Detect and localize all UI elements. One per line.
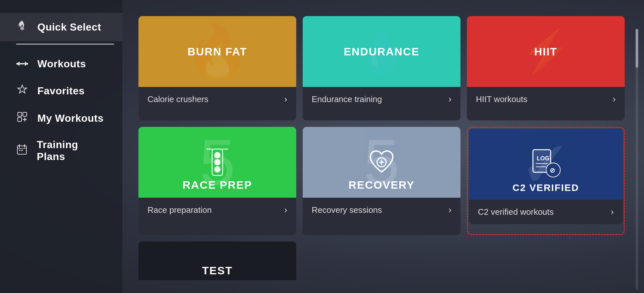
sidebar-item-workouts[interactable]: Workouts [0,51,122,77]
card-recovery-title: RECOVERY [303,179,460,191]
svg-point-19 [214,159,221,165]
sidebar-item-favorites[interactable]: Favorites [0,77,122,105]
flame-icon [16,20,28,34]
card-c2-verified-image: ✓ LOG ⊘ C2 VERIFIED [469,129,623,200]
card-endurance-title: ENDURANCE [344,45,419,58]
card-race-prep[interactable]: 5 RACE PREP Race preparation › [138,127,296,235]
scrollbar[interactable] [636,16,638,277]
svg-rect-5 [26,63,28,65]
svg-rect-2 [18,62,20,66]
sidebar: Quick Select Workouts Favorite [0,0,122,293]
workout-grid: 🔥 BURN FAT Calorie crushers › 💧 ENDURANC… [138,16,625,235]
card-hiit-image: ⚡ HIIT [467,16,625,87]
svg-rect-1 [16,63,18,65]
card-recovery-arrow: › [449,205,451,215]
card-burn-fat[interactable]: 🔥 BURN FAT Calorie crushers › [138,16,296,120]
card-recovery-label: Recovery sessions [312,205,382,215]
svg-rect-4 [25,62,26,66]
sidebar-divider [16,44,114,44]
card-c2-verified-footer[interactable]: C2 verified workouts › [469,200,623,224]
sidebar-item-quick-select[interactable]: Quick Select [0,13,122,41]
grid-icon [16,112,28,125]
card-recovery[interactable]: 5 RECOVERY Recovery sessions › [303,127,460,235]
svg-point-20 [214,166,221,173]
svg-rect-6 [18,112,22,116]
card-hiit-footer[interactable]: HIIT workouts › [467,87,625,111]
scrollbar-track [636,29,638,290]
card-endurance[interactable]: 💧 ENDURANCE Endurance training › [303,16,460,120]
dumbbell-icon [16,58,28,70]
c2-verified-log-icon: LOG ⊘ [528,148,564,180]
svg-rect-3 [20,63,25,64]
card-c2-verified-highlight: ✓ LOG ⊘ C2 VERIFIED [467,127,625,235]
svg-text:LOG: LOG [537,155,549,162]
card-c2-verified-arrow: › [611,207,614,217]
sidebar-item-my-workouts[interactable]: My Workouts [0,105,122,132]
card-hiit-arrow: › [613,94,616,104]
svg-point-18 [214,152,221,158]
card-hiit[interactable]: ⚡ HIIT HIIT workouts › [467,16,625,120]
card-burn-fat-arrow: › [284,94,287,104]
card-test-label: TEST [202,264,233,277]
card-endurance-label: Endurance training [312,94,382,104]
main-content: 🔥 BURN FAT Calorie crushers › 💧 ENDURANC… [122,0,644,293]
star-icon [16,84,28,98]
card-race-prep-footer[interactable]: Race preparation › [138,198,296,222]
card-race-prep-title: RACE PREP [138,179,296,191]
race-prep-stoplight-icon [203,148,232,177]
svg-rect-8 [18,118,22,121]
card-test-partial[interactable]: TEST [138,241,296,280]
sidebar-label-favorites: Favorites [37,85,85,97]
card-endurance-arrow: › [449,94,451,104]
sidebar-label-my-workouts: My Workouts [37,112,104,124]
card-race-prep-arrow: › [284,205,287,215]
card-recovery-image: 5 RECOVERY [303,127,460,198]
recovery-heart-icon [367,148,396,177]
app-container: Quick Select Workouts Favorite [0,0,644,293]
card-burn-fat-label: Calorie crushers [147,94,208,104]
card-recovery-footer[interactable]: Recovery sessions › [303,198,460,222]
card-burn-fat-image: 🔥 BURN FAT [138,16,296,87]
scrollbar-thumb[interactable] [636,29,638,68]
svg-point-0 [20,26,24,30]
card-c2-verified-title: C2 VERIFIED [469,182,623,193]
card-c2-verified[interactable]: ✓ LOG ⊘ C2 VERIFIED [469,129,623,224]
calendar-icon [16,144,28,157]
card-endurance-footer[interactable]: Endurance training › [303,87,460,111]
sidebar-label-workouts: Workouts [37,58,86,70]
svg-text:⊘: ⊘ [550,167,555,174]
card-hiit-title: HIIT [534,45,557,58]
card-hiit-label: HIIT workouts [476,94,527,104]
svg-rect-15 [19,150,21,151]
card-burn-fat-footer[interactable]: Calorie crushers › [138,87,296,111]
card-burn-fat-title: BURN FAT [187,45,247,58]
svg-rect-7 [23,112,27,116]
card-race-prep-label: Race preparation [147,205,212,215]
card-c2-verified-label: C2 verified workouts [478,207,554,217]
sidebar-label-quick-select: Quick Select [37,21,101,33]
sidebar-item-training-plans[interactable]: Training Plans [0,132,122,170]
card-race-prep-image: 5 RACE PREP [138,127,296,198]
sidebar-label-training-plans: Training Plans [37,139,106,163]
card-endurance-image: 💧 ENDURANCE [303,16,460,87]
svg-rect-16 [21,150,23,151]
